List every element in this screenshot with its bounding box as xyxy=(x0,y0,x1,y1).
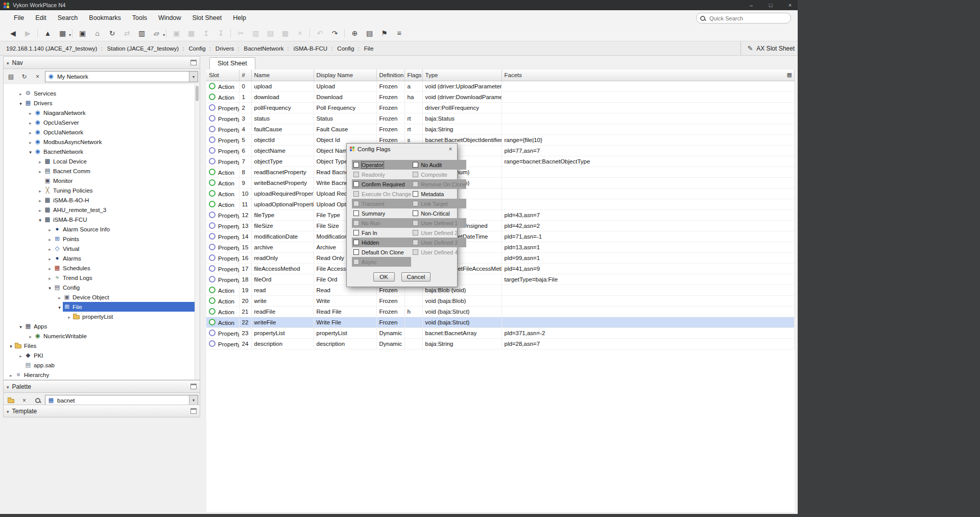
expand-arrow-icon[interactable] xyxy=(8,343,14,349)
table-row[interactable]: Property 6 objectName Object Name Frozen… xyxy=(206,146,795,156)
flag-checkbox[interactable]: Fan In xyxy=(352,228,411,238)
table-row[interactable]: Property 24 description description Dyna… xyxy=(206,339,795,349)
flag-checkbox[interactable]: Hidden xyxy=(352,238,411,247)
breadcrumb-item[interactable]: Config xyxy=(330,44,356,53)
table-row[interactable]: Property 14 modificationDate Modificatio… xyxy=(206,231,795,242)
undo-button[interactable]: ↶ xyxy=(315,28,325,39)
menu-item[interactable]: Bookmarks xyxy=(83,12,127,24)
tree-item[interactable]: BacnetNetwork xyxy=(4,147,200,156)
expand-arrow-icon[interactable] xyxy=(27,129,34,135)
expand-arrow-icon[interactable] xyxy=(46,265,53,271)
expand-arrow-icon[interactable] xyxy=(46,275,53,281)
tree-item[interactable]: File xyxy=(4,302,200,312)
breadcrumb-item[interactable]: Drivers xyxy=(208,44,237,53)
table-row[interactable]: Property 17 fileAccessMethod File Access… xyxy=(206,264,795,274)
nav-views-button[interactable]: ▤ xyxy=(5,72,17,82)
flag-checkbox[interactable]: Confirm Required xyxy=(352,179,411,189)
breadcrumb-item[interactable]: File xyxy=(357,44,376,53)
table-row[interactable]: Property 7 objectType Object Type Frozen… xyxy=(206,156,795,167)
cut-button[interactable]: ✂ xyxy=(235,28,246,39)
template-panel-header[interactable]: Template xyxy=(3,405,200,417)
table-row[interactable]: Action 21 readFile Read File Frozen h vo… xyxy=(206,307,795,317)
tree-item[interactable]: Drivers xyxy=(4,98,200,108)
expand-arrow-icon[interactable] xyxy=(27,110,34,116)
expand-arrow-icon[interactable] xyxy=(56,304,63,310)
tree-item[interactable]: app.sab xyxy=(4,360,200,370)
add-button[interactable]: ⊕ xyxy=(349,28,360,39)
menu-item[interactable]: Edit xyxy=(30,12,52,24)
expand-arrow-icon[interactable] xyxy=(27,333,34,339)
table-row[interactable]: Property 23 propertyList propertyList Dy… xyxy=(206,328,795,339)
tree-item[interactable]: Points xyxy=(4,234,200,244)
palette-panel-header[interactable]: Palette xyxy=(3,380,200,393)
table-row[interactable]: Action 11 uploadOptionalProperties Uploa… xyxy=(206,199,795,210)
table-row[interactable]: Action 9 writeBacnetProperty Write Bacne… xyxy=(206,178,795,189)
expand-arrow-icon[interactable] xyxy=(37,207,43,213)
search-input[interactable] xyxy=(708,15,787,22)
tree-item[interactable]: AHU_remote_test_3 xyxy=(4,205,200,215)
open-palette-button[interactable] xyxy=(5,395,17,406)
menu-item[interactable]: File xyxy=(8,12,30,24)
column-header[interactable]: Slot xyxy=(206,69,239,81)
table-row[interactable]: Action 22 writeFile Write File Frozen vo… xyxy=(206,317,795,328)
dialog-titlebar[interactable]: Config Flags xyxy=(347,144,457,154)
tree-item[interactable]: iSMA-B-4O-H xyxy=(4,195,200,205)
paste-button[interactable]: ▤ xyxy=(265,28,276,39)
tree-item[interactable]: Device Object xyxy=(4,292,200,302)
copy-button[interactable]: ▥ xyxy=(250,28,261,39)
tree-item[interactable]: Alarm Source Info xyxy=(4,224,200,234)
expand-arrow-icon[interactable] xyxy=(27,149,34,155)
tree-item[interactable]: NumericWritable xyxy=(4,331,200,341)
expand-arrow-icon[interactable] xyxy=(37,158,43,165)
tree-item[interactable]: NiagaraNetwork xyxy=(4,108,200,118)
column-header[interactable]: Definition xyxy=(376,69,404,81)
expand-arrow-icon[interactable] xyxy=(46,285,53,291)
tree-item[interactable]: Hierarchy xyxy=(4,370,200,380)
expand-arrow-icon[interactable] xyxy=(66,314,73,320)
expand-arrow-icon[interactable] xyxy=(46,255,53,262)
flag-checkbox[interactable]: No Run xyxy=(352,218,411,228)
popout-icon[interactable] xyxy=(190,408,197,414)
forward-button[interactable]: ▶ xyxy=(22,28,33,39)
expand-arrow-icon[interactable] xyxy=(37,197,43,203)
up-level-button[interactable]: ▲ xyxy=(42,28,53,39)
save-button[interactable]: ▣ xyxy=(171,28,182,39)
back-button[interactable]: ◀ xyxy=(8,28,18,39)
expand-arrow-icon[interactable] xyxy=(56,294,63,300)
expand-arrow-icon[interactable] xyxy=(27,139,34,145)
expand-arrow-icon[interactable] xyxy=(17,323,24,330)
table-row[interactable]: Property 13 fileSize File Size Frozen ba… xyxy=(206,221,795,231)
close-palette-button[interactable]: × xyxy=(18,395,30,406)
export-button[interactable]: ↥ xyxy=(201,28,211,39)
console-button[interactable]: ▣ xyxy=(77,28,88,39)
save-all-button[interactable]: ▦ xyxy=(186,28,197,39)
tree-item[interactable]: Config xyxy=(4,283,200,292)
menu-item[interactable]: Tools xyxy=(127,12,153,24)
table-row[interactable]: Action 0 upload Upload Frozen a void (dr… xyxy=(206,81,795,92)
tree-item[interactable]: Services xyxy=(4,88,200,98)
minimize-button[interactable]: – xyxy=(748,2,755,8)
view-selector[interactable]: ✎ AX Slot Sheet xyxy=(740,41,795,55)
home-button[interactable]: ⌂ xyxy=(92,28,103,39)
nav-panel-header[interactable]: Nav xyxy=(3,56,200,69)
flag-checkbox[interactable]: Default On Clone xyxy=(352,247,411,257)
table-row[interactable]: Property 16 readOnly Read Only Frozen pl… xyxy=(206,253,795,264)
table-row[interactable]: Property 2 pollFrequency Poll Frequency … xyxy=(206,103,795,113)
tree-item[interactable]: ModbusAsyncNetwork xyxy=(4,137,200,147)
duplicate-button[interactable]: ▦ xyxy=(280,28,291,39)
chevron-down-icon[interactable] xyxy=(189,72,198,82)
flag-checkbox[interactable]: User Defined 3 xyxy=(411,238,466,247)
refresh-button[interactable]: ↻ xyxy=(107,28,117,39)
tree-item[interactable]: Schedules xyxy=(4,263,200,273)
open-folder-dropdown[interactable]: ▱ xyxy=(151,28,162,39)
tree-item[interactable]: PKI xyxy=(4,350,200,360)
table-row[interactable]: Property 18 fileOrd File Ord Frozen targ… xyxy=(206,274,795,285)
ok-button[interactable]: OK xyxy=(373,272,395,281)
flag-checkbox[interactable]: Metadata xyxy=(411,189,466,199)
expand-arrow-icon[interactable] xyxy=(37,217,43,223)
nav-clear-button[interactable]: × xyxy=(32,72,43,82)
expand-arrow-icon[interactable] xyxy=(37,187,43,194)
delete-button[interactable]: × xyxy=(295,28,305,39)
breadcrumb-item[interactable]: Station (JACE_47_testowy) xyxy=(100,44,181,53)
maximize-button[interactable]: □ xyxy=(767,2,774,8)
